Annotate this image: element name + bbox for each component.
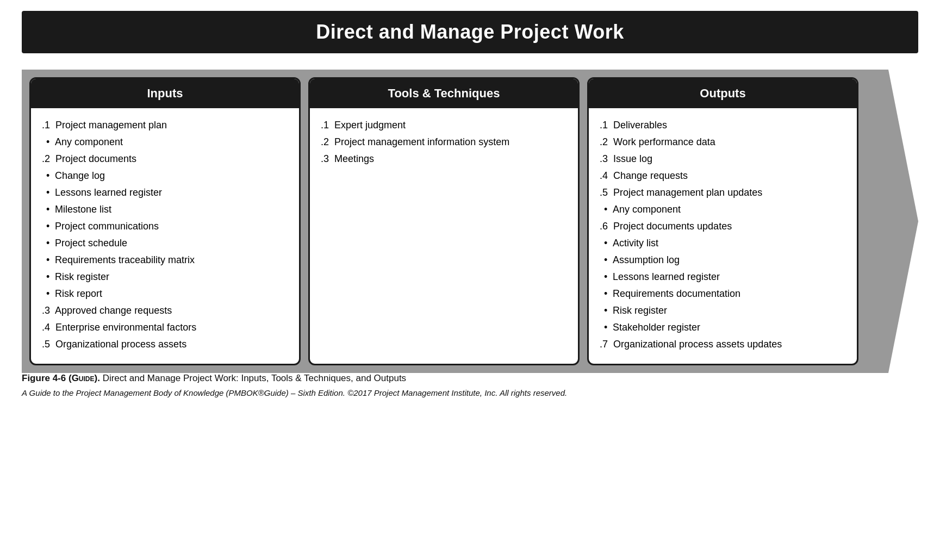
list-item: Lessons learned register [600,270,813,284]
list-item: Stakeholder register [600,320,813,335]
diagram-container: Inputs .1 Project management plan Any co… [22,70,918,373]
list-item: .3 Meetings [321,152,567,166]
list-item: .2 Project documents [42,152,288,166]
outputs-column: Outputs .1 Deliverables .2 Work performa… [587,77,858,365]
list-item: .7 Organizational process assets updates [600,337,813,352]
list-item: Assumption log [600,253,813,267]
list-item: .3 Approved change requests [42,303,288,318]
list-item: .1 Project management plan [42,118,288,133]
list-item: .5 Project management plan updates [600,185,813,200]
figure-caption: Figure 4-6 (Guide). Direct and Manage Pr… [22,373,918,384]
list-item: Change log [42,169,288,183]
list-item: Risk register [42,270,288,284]
list-item: .5 Organizational process assets [42,337,288,352]
figure-label-small: (Guide). [69,373,100,383]
list-item: Lessons learned register [42,185,288,200]
list-item: Any component [42,135,288,150]
list-item: Any component [600,202,813,217]
inputs-column: Inputs .1 Project management plan Any co… [29,77,301,365]
list-item: .2 Work performance data [600,135,813,150]
list-item: Project schedule [42,236,288,251]
list-item: .2 Project management information system [321,135,567,150]
inputs-body: .1 Project management plan Any component… [31,108,299,364]
page-title-bar: Direct and Manage Project Work [22,11,918,53]
figure-label: Figure 4-6 [22,373,69,383]
outputs-body: .1 Deliverables .2 Work performance data… [589,108,857,364]
list-item: Activity list [600,236,813,251]
columns-wrapper: Inputs .1 Project management plan Any co… [22,70,891,373]
list-item: Risk report [42,287,288,301]
list-item: .1 Deliverables [600,118,813,133]
outputs-header: Outputs [589,79,857,108]
tools-header: Tools & Techniques [310,79,578,108]
list-item: Milestone list [42,202,288,217]
footer: A Guide to the Project Management Body o… [22,388,918,397]
inputs-header: Inputs [31,79,299,108]
list-item: .3 Issue log [600,152,813,166]
figure-text: Direct and Manage Project Work: Inputs, … [100,373,406,383]
list-item: Requirements documentation [600,287,813,301]
list-item: Project communications [42,219,288,234]
list-item: .6 Project documents updates [600,219,813,234]
list-item: .1 Expert judgment [321,118,567,133]
list-item: Risk register [600,303,813,318]
tools-body: .1 Expert judgment .2 Project management… [310,108,578,178]
list-item: .4 Change requests [600,169,813,183]
list-item: Requirements traceability matrix [42,253,288,267]
page-title: Direct and Manage Project Work [33,21,907,43]
tools-column: Tools & Techniques .1 Expert judgment .2… [308,77,580,365]
list-item: .4 Enterprise environmental factors [42,320,288,335]
